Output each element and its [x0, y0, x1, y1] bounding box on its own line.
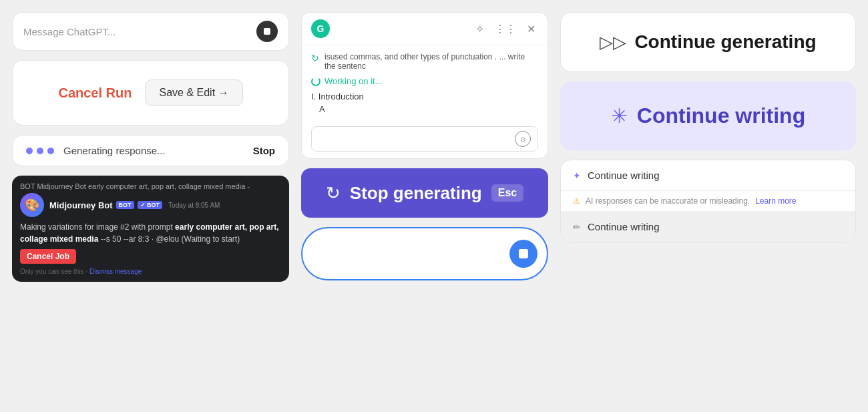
generating-card: Generating response... Stop [12, 135, 289, 166]
blue-text-input[interactable] [302, 228, 509, 279]
midjourney-footer: Only you can see this · Dismiss message [20, 268, 281, 275]
badge-bot: BOT [116, 201, 134, 209]
grammarly-working-text: Working on it... [324, 76, 382, 86]
generating-text: Generating response... [63, 145, 166, 156]
dropdown-warning: ⚠ AI responses can be inaccurate or misl… [561, 191, 855, 211]
cancel-job-button[interactable]: Cancel Job [20, 249, 76, 264]
midjourney-top-line: BOT Midjourney Bot early computer art, p… [20, 182, 281, 190]
warning-icon: ⚠ [573, 196, 580, 206]
dropdown-item-2[interactable]: ✏ Continue writing [561, 212, 855, 242]
continue-generating-icon: ▷▷ [600, 32, 626, 53]
stop-generating-card[interactable]: ↻ Stop generating Esc [301, 168, 548, 218]
midjourney-body: Making variations for image #2 with prom… [20, 221, 281, 245]
dot-2 [37, 148, 43, 154]
dropdown-item-2-label: Continue writing [588, 221, 660, 232]
cancel-save-card: Cancel Run Save & Edit → [12, 60, 289, 126]
cancel-run-button[interactable]: Cancel Run [58, 85, 132, 101]
grammarly-suggestion: ↻ isused commas, and other types of punc… [311, 52, 538, 71]
dropdown-warning-link[interactable]: Learn more [755, 196, 796, 206]
grammarly-card: G ✧ ⋮⋮ ✕ ↻ isused commas, and other type… [301, 12, 548, 159]
grammarly-input-row: ⊙ [311, 126, 538, 152]
save-edit-button[interactable]: Save & Edit → [145, 79, 242, 106]
grammarly-send-button[interactable]: ⊙ [515, 131, 531, 147]
stop-icon-button[interactable] [256, 21, 278, 42]
grammarly-wand-button[interactable]: ✧ [473, 21, 487, 37]
grammarly-spinner [311, 77, 320, 86]
midjourney-avatar: 🎨 [20, 193, 44, 217]
generating-left: Generating response... [26, 145, 166, 156]
dropdown-item-2-icon: ✏ [573, 222, 581, 232]
chatgpt-input-placeholder[interactable]: Message ChatGPT... [23, 26, 116, 37]
grammarly-close-button[interactable]: ✕ [524, 21, 538, 37]
continue-writing-purple-card[interactable]: ✳ Continue writing [560, 81, 856, 150]
grammarly-refresh-icon: ↻ [311, 53, 319, 63]
stop-button[interactable]: Stop [253, 145, 275, 156]
grammarly-working: Working on it... [311, 76, 538, 86]
grammarly-header: G ✧ ⋮⋮ ✕ [302, 13, 548, 45]
midjourney-header: 🎨 Midjourney Bot BOT ✓ BOT Today at 8:05… [20, 193, 281, 217]
midjourney-name-row: Midjourney Bot BOT ✓ BOT Today at 8:05 A… [49, 200, 281, 210]
dropdown-item-1[interactable]: ✦ Continue writing [561, 160, 855, 190]
badge-verified: ✓ BOT [138, 201, 163, 209]
dot-1 [26, 148, 33, 154]
grammarly-audio-button[interactable]: ⋮⋮ [492, 21, 519, 37]
continue-generating-card[interactable]: ▷▷ Continue generating [560, 12, 856, 72]
grammarly-text-input[interactable] [318, 134, 515, 144]
continue-writing-dropdown-card: ✦ Continue writing ⚠ AI responses can be… [560, 160, 856, 242]
stop-generating-esc: Esc [491, 184, 523, 202]
stop-generating-text: Stop generating [350, 183, 482, 204]
loading-dots [26, 148, 54, 154]
grammarly-outline-title: I. Introduction [311, 91, 538, 101]
dismiss-link[interactable]: Dismiss message [89, 268, 142, 275]
continue-writing-purple-text: Continue writing [637, 104, 805, 128]
grammarly-suggestion-text: isused commas, and other types of punctu… [324, 52, 538, 71]
dropdown-item-1-label: Continue writing [588, 170, 660, 181]
continue-writing-sparkle-icon: ✳ [611, 104, 628, 128]
continue-generating-text: Continue generating [634, 31, 816, 53]
midjourney-timestamp: Today at 8:05 AM [168, 202, 220, 209]
midjourney-header-right: Midjourney Bot BOT ✓ BOT Today at 8:05 A… [49, 200, 281, 210]
midjourney-bot-name: Midjourney Bot [49, 200, 113, 210]
chatgpt-input-card: Message ChatGPT... [12, 12, 289, 51]
dropdown-warning-text: AI responses can be inaccurate or mislea… [586, 196, 750, 206]
blue-input-card [301, 227, 548, 280]
grammarly-body: ↻ isused commas, and other types of punc… [302, 45, 548, 121]
midjourney-card: BOT Midjourney Bot early computer art, p… [12, 176, 289, 282]
stop-generating-icon: ↻ [326, 183, 341, 204]
dot-3 [47, 148, 54, 154]
grammarly-outline-item: A [311, 104, 538, 114]
dropdown-item-1-icon: ✦ [573, 170, 581, 181]
blue-stop-button[interactable] [509, 240, 537, 268]
grammarly-logo: G [311, 19, 330, 38]
